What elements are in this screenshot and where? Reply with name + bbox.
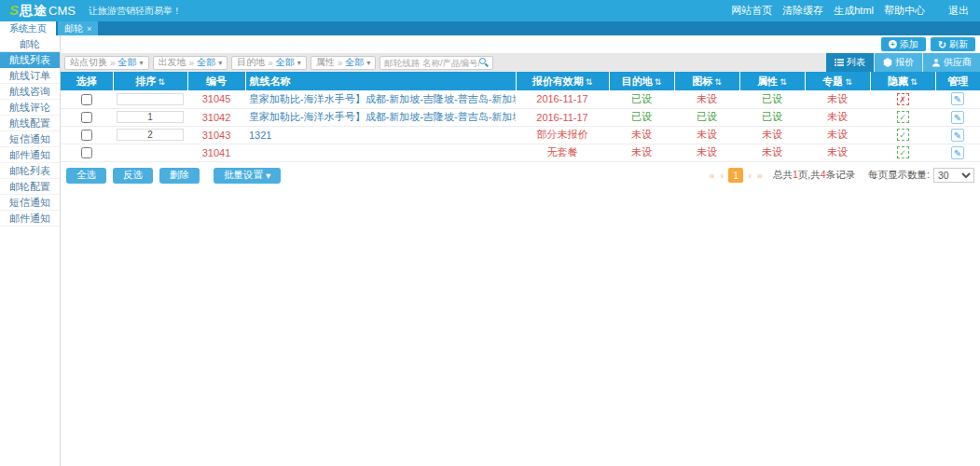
col-topic[interactable]: 专题⇅ — [805, 72, 870, 90]
row-checkbox[interactable] — [81, 147, 92, 158]
pagination: « ‹ 1 › » 总共1页,共4条记录 每页显示数量: 30 — [708, 168, 974, 183]
filter-destination[interactable]: 目的地 » 全部 ▾ — [231, 56, 307, 70]
view-tabs: 列表 报价 供应商 — [825, 53, 980, 72]
edit-icon[interactable]: ✎ — [951, 129, 964, 142]
sort-icon: ⇅ — [586, 77, 593, 87]
sidebar-item-mail-notify-2[interactable]: 邮件通知 — [0, 211, 60, 226]
list-icon — [835, 58, 844, 67]
visibility-toggle-icon[interactable]: ✓ — [897, 146, 909, 158]
batch-settings-button[interactable]: 批量设置 ▾ — [214, 168, 281, 184]
sort-icon: ⇅ — [910, 77, 918, 87]
sidebar-item-route-list[interactable]: 航线列表 — [0, 52, 60, 68]
refresh-button[interactable]: ↻ 刷新 — [931, 37, 975, 51]
link-logout[interactable]: 退出 — [948, 4, 969, 18]
sidebar-item-route-comments[interactable]: 航线评论 — [0, 100, 60, 116]
sort-icon: ⇅ — [655, 77, 662, 87]
row-checkbox[interactable] — [81, 130, 92, 141]
sidebar-item-route-orders[interactable]: 航线订单 — [0, 68, 60, 84]
filter-attribute[interactable]: 属性 » 全部 ▾ — [311, 56, 377, 70]
attribute-status: 已设 — [762, 111, 782, 122]
col-hidden[interactable]: 隐藏⇅ — [870, 72, 935, 90]
select-all-button[interactable]: 全选 — [66, 168, 106, 184]
attribute-status: 未设 — [762, 146, 782, 158]
edit-icon[interactable]: ✎ — [951, 146, 964, 159]
logo-name: 思途 — [20, 3, 48, 20]
col-code: 编号 — [187, 72, 245, 90]
tab-quote-view[interactable]: 报价 — [875, 53, 922, 72]
visibility-toggle-icon[interactable]: ✓ — [897, 111, 909, 123]
sort-order-input[interactable] — [117, 111, 184, 123]
tab-list-view[interactable]: 列表 — [826, 53, 874, 72]
edit-icon[interactable]: ✎ — [951, 111, 964, 124]
visibility-toggle-icon[interactable]: ✓ — [897, 129, 909, 141]
col-sort[interactable]: 排序⇅ — [113, 72, 187, 90]
filter-site-switch[interactable]: 站点切换 » 全部 ▾ — [64, 56, 149, 70]
sidebar: 邮轮 航线列表 航线订单 航线咨询 航线评论 航线配置 短信通知 邮件通知 邮轮… — [0, 35, 61, 466]
row-checkbox[interactable] — [81, 112, 92, 123]
sidebar-item-route-inquiries[interactable]: 航线咨询 — [0, 84, 60, 100]
col-valid-period[interactable]: 报价有效期⇅ — [516, 72, 609, 90]
destination-status: 未设 — [631, 129, 652, 140]
link-site-home[interactable]: 网站首页 — [731, 4, 772, 18]
filter-departure[interactable]: 出发地 » 全部 ▾ — [153, 56, 228, 70]
sidebar-item-sms-notify-2[interactable]: 短信通知 — [0, 195, 60, 211]
slogan: 让旅游营销轻而易举！ — [89, 5, 182, 18]
icon-status: 已设 — [697, 111, 717, 122]
route-name-link[interactable]: 皇家加勒比-海洋水手号】成都-新加坡-吉隆坡-普吉岛-新加坡-成都 5晚6日游 — [249, 93, 516, 104]
next-page-icon[interactable]: › — [747, 170, 752, 181]
filter-row: 站点切换 » 全部 ▾ 出发地 » 全部 ▾ 目的地 » 全部 ▾ 属性 » 全… — [61, 53, 980, 72]
visibility-toggle-icon[interactable]: ✗ — [897, 93, 909, 105]
chevron-down-icon: ▾ — [218, 59, 222, 67]
link-generate-html[interactable]: 生成html — [834, 4, 874, 18]
table-row: 31043 1321 部分未报价 未设 未设 未设 未设 ✓ ✎ — [61, 126, 980, 144]
destination-status: 已设 — [631, 111, 652, 122]
topic-status: 未设 — [827, 146, 848, 158]
sidebar-item-route-config[interactable]: 航线配置 — [0, 116, 60, 131]
valid-period: 无套餐 — [516, 144, 609, 161]
icon-status: 未设 — [697, 93, 717, 104]
logo-s-icon: S — [9, 2, 19, 18]
delete-button[interactable]: 删除 — [159, 168, 200, 184]
action-row: + 添加 ↻ 刷新 — [61, 35, 980, 53]
route-name-link[interactable]: 1321 — [249, 130, 271, 141]
first-page-icon[interactable]: « — [708, 170, 715, 181]
logo-cms: CMS — [48, 4, 76, 18]
sidebar-title: 邮轮 — [0, 35, 60, 52]
valid-period: 部分未报价 — [516, 126, 609, 144]
attribute-status: 已设 — [762, 93, 782, 104]
sidebar-item-mail-notify[interactable]: 邮件通知 — [0, 147, 60, 163]
attribute-status: 未设 — [762, 129, 782, 140]
footer-bar: 全选 反选 删除 批量设置 ▾ « ‹ 1 › » 总共1页,共4条记录 每页显… — [61, 168, 980, 184]
current-page[interactable]: 1 — [728, 168, 743, 183]
search-input[interactable] — [384, 58, 479, 68]
tab-cruise[interactable]: 邮轮 × — [58, 21, 98, 35]
link-help-center[interactable]: 帮助中心 — [884, 4, 925, 18]
sort-order-input[interactable] — [117, 93, 184, 105]
search-icon[interactable] — [479, 58, 489, 67]
link-clear-cache[interactable]: 清除缓存 — [782, 4, 823, 18]
route-name-link[interactable]: 皇家加勒比-海洋水手号】成都-新加坡-吉隆坡-普吉岛-新加坡-成都 5晚6日游 — [249, 111, 516, 122]
close-icon[interactable]: × — [87, 24, 91, 34]
header-links: 网站首页 清除缓存 生成html 帮助中心 退出 — [731, 4, 969, 18]
last-page-icon[interactable]: » — [756, 170, 764, 181]
sidebar-item-cruise-config[interactable]: 邮轮配置 — [0, 179, 60, 195]
sort-icon: ⇅ — [845, 77, 852, 87]
row-checkbox[interactable] — [81, 94, 92, 105]
sort-icon: ⇅ — [780, 77, 787, 87]
tab-system-home[interactable]: 系统主页 — [0, 21, 56, 35]
sort-order-input[interactable] — [117, 129, 184, 141]
edit-icon[interactable]: ✎ — [951, 92, 964, 105]
invert-selection-button[interactable]: 反选 — [113, 168, 153, 184]
col-route-name: 航线名称 — [245, 72, 516, 90]
per-page-select[interactable]: 30 — [933, 168, 974, 183]
add-button[interactable]: + 添加 — [881, 37, 926, 51]
tab-supplier-view[interactable]: 供应商 — [923, 53, 980, 72]
col-icon[interactable]: 图标⇅ — [674, 72, 739, 90]
route-code: 31045 — [187, 90, 245, 108]
col-destination[interactable]: 目的地⇅ — [609, 72, 674, 90]
sidebar-item-sms-notify[interactable]: 短信通知 — [0, 131, 60, 147]
destination-status: 未设 — [631, 146, 652, 158]
prev-page-icon[interactable]: ‹ — [720, 170, 725, 181]
sidebar-item-cruise-list[interactable]: 邮轮列表 — [0, 163, 60, 179]
col-attribute[interactable]: 属性⇅ — [739, 72, 805, 90]
